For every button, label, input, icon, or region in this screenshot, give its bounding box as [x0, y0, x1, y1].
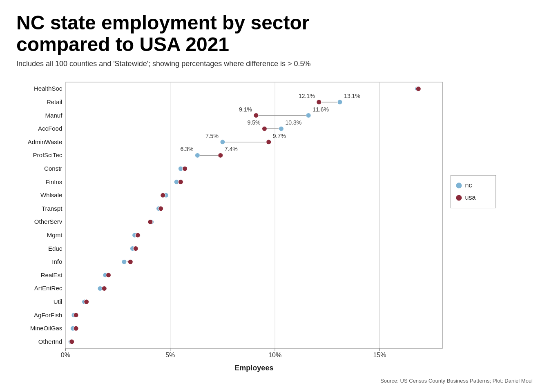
svg-rect-105 — [451, 175, 495, 208]
svg-text:13.1%: 13.1% — [344, 93, 360, 99]
svg-text:ArtEntRec: ArtEntRec — [34, 285, 62, 292]
svg-text:6.3%: 6.3% — [180, 146, 193, 152]
svg-point-56 — [178, 179, 183, 184]
svg-text:Transpt: Transpt — [42, 205, 62, 212]
svg-text:9.7%: 9.7% — [273, 132, 286, 139]
chart-area: 0%5%10%15%EmployeesHealthSocRetail12.1%1… — [16, 75, 533, 376]
svg-point-18 — [416, 86, 421, 91]
svg-point-21 — [337, 100, 342, 105]
svg-text:15%: 15% — [373, 351, 386, 359]
svg-text:nc: nc — [465, 181, 472, 189]
svg-text:HealthSoc: HealthSoc — [34, 85, 62, 92]
svg-text:MineOilGas: MineOilGas — [30, 325, 62, 332]
svg-point-104 — [69, 339, 74, 344]
svg-point-80 — [128, 259, 133, 264]
subtitle: Includes all 100 counties and 'Statewide… — [16, 60, 533, 68]
svg-point-76 — [133, 246, 138, 251]
svg-text:usa: usa — [465, 194, 475, 201]
svg-point-68 — [148, 219, 153, 224]
svg-point-106 — [456, 183, 462, 188]
svg-point-34 — [262, 126, 267, 131]
svg-point-84 — [106, 272, 111, 277]
svg-point-45 — [195, 153, 200, 158]
svg-text:Util: Util — [54, 298, 62, 305]
svg-text:9.5%: 9.5% — [247, 119, 260, 126]
page-title: NC state employment by sectorcompared to… — [16, 12, 533, 56]
svg-text:Manuf: Manuf — [45, 111, 63, 118]
svg-point-33 — [279, 126, 283, 131]
source-text: Source: US Census County Business Patter… — [16, 378, 533, 384]
svg-text:7.5%: 7.5% — [205, 132, 219, 139]
svg-point-39 — [220, 139, 225, 144]
svg-point-92 — [84, 299, 89, 304]
svg-point-40 — [266, 139, 271, 144]
svg-point-108 — [456, 195, 462, 200]
svg-point-100 — [74, 326, 78, 331]
svg-point-88 — [102, 286, 107, 291]
svg-text:RealEst: RealEst — [41, 271, 62, 278]
svg-point-79 — [122, 259, 127, 264]
svg-text:Retail: Retail — [47, 98, 62, 105]
svg-text:11.6%: 11.6% — [312, 106, 329, 112]
page: NC state employment by sectorcompared to… — [0, 0, 549, 392]
svg-point-60 — [161, 193, 165, 198]
svg-point-72 — [135, 233, 140, 238]
chart-svg: 0%5%10%15%EmployeesHealthSocRetail12.1%1… — [16, 75, 533, 376]
svg-text:Whlsale: Whlsale — [40, 192, 62, 198]
svg-text:AgForFish: AgForFish — [34, 311, 62, 318]
svg-text:ProfSciTec: ProfSciTec — [33, 151, 62, 158]
svg-point-27 — [306, 113, 311, 118]
svg-point-64 — [158, 206, 163, 211]
svg-text:10.3%: 10.3% — [286, 119, 302, 126]
svg-text:10%: 10% — [268, 351, 281, 359]
svg-point-46 — [218, 153, 223, 158]
svg-point-52 — [183, 166, 187, 171]
svg-text:9.1%: 9.1% — [239, 106, 252, 112]
svg-text:Mgmt: Mgmt — [47, 232, 62, 238]
svg-point-96 — [74, 312, 78, 317]
svg-text:OtherServ: OtherServ — [34, 218, 62, 225]
svg-text:Educ: Educ — [48, 245, 62, 252]
svg-text:OtherInd: OtherInd — [38, 338, 62, 345]
svg-point-28 — [254, 113, 259, 118]
svg-text:12.1%: 12.1% — [299, 93, 315, 99]
svg-text:AccFood: AccFood — [38, 125, 62, 132]
svg-text:Constr: Constr — [44, 165, 62, 172]
svg-text:Info: Info — [52, 258, 62, 265]
svg-text:FinIns: FinIns — [45, 178, 62, 185]
svg-text:7.4%: 7.4% — [225, 146, 238, 152]
svg-text:0%: 0% — [61, 351, 70, 359]
svg-point-22 — [317, 100, 321, 105]
svg-text:Employees: Employees — [234, 364, 273, 372]
svg-text:AdminWaste: AdminWaste — [28, 138, 62, 145]
svg-text:5%: 5% — [165, 351, 175, 359]
